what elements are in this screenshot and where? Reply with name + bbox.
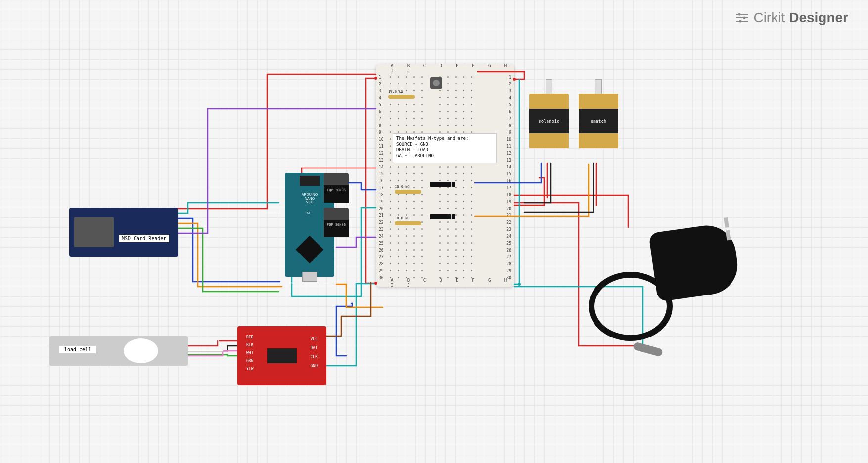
solenoid-2-body: ematch — [579, 94, 618, 148]
svg-point-9 — [518, 283, 521, 286]
hx711-amplifier[interactable]: RED BLK WHT GRN YLW VCC DAT CLK GND — [237, 326, 326, 385]
breadboard-cols-top: A B C D E F G H I J — [391, 63, 514, 73]
hx711-chip — [267, 348, 297, 363]
breadboard-row-right-17: 17 — [506, 186, 511, 190]
breadboard-row-left-22: 22 — [379, 220, 384, 225]
solenoid-1-label: solenoid — [529, 109, 569, 133]
load-cell[interactable]: load cell — [49, 336, 188, 366]
pushbutton[interactable] — [430, 77, 442, 89]
arduino-rst: RST — [306, 211, 310, 214]
solenoid-2-ematch[interactable]: ematch — [579, 94, 618, 163]
breadboard-row-left-11: 11 — [379, 144, 384, 149]
breadboard-row-left-13: 13 — [379, 158, 384, 163]
mosfet-1[interactable]: FQP 30N06 — [324, 173, 349, 203]
sd-slot — [74, 217, 114, 247]
hx711-pin-red: RED — [246, 335, 253, 339]
arduino-brand: ARDUINO.CC — [266, 211, 281, 214]
resistor-3-label: 10.0 kΩ — [395, 216, 410, 220]
resistor-1[interactable] — [388, 95, 415, 99]
breadboard-row-right-27: 27 — [506, 255, 511, 259]
arduino-model-label: ARDUINO NANO V3.0 — [302, 193, 318, 204]
breadboard-row-right-7: 7 — [509, 117, 511, 121]
breadboard-row-left-17: 17 — [379, 186, 384, 190]
sd-label: MSD Card Reader — [119, 235, 169, 242]
breadboard-row-left-10: 10 — [379, 137, 384, 142]
mosfet-2-label: FQP 30N06 — [324, 220, 349, 237]
solenoid-1-body: solenoid — [529, 94, 569, 148]
brand-text-2: Designer — [789, 10, 848, 26]
resistor-3[interactable] — [395, 221, 421, 225]
breadboard-row-left-23: 23 — [379, 227, 384, 232]
note-line-1: SOURCE - GND — [396, 142, 493, 148]
power-adapter[interactable] — [589, 222, 737, 351]
solenoid-1[interactable]: solenoid — [529, 94, 569, 163]
mosfet-1-tab — [324, 173, 349, 185]
breadboard-row-right-2: 2 — [509, 82, 511, 86]
breadboard-row-right-6: 6 — [509, 110, 511, 114]
mosfet-1-label: FQP 30N06 — [324, 185, 349, 203]
breadboard-row-right-24: 24 — [506, 234, 511, 239]
breadboard-row-left-12: 12 — [379, 151, 384, 156]
breadboard-row-right-28: 28 — [506, 262, 511, 266]
breadboard-row-left-6: 6 — [379, 110, 381, 114]
brand-logo: Cirkit Designer — [734, 10, 848, 26]
breadboard-row-right-1: 1 — [509, 75, 511, 80]
breadboard-row-left-21: 21 — [379, 213, 384, 218]
breadboard-row-left-9: 9 — [379, 130, 381, 135]
breadboard-row-left-7: 7 — [379, 117, 381, 121]
svg-point-4 — [743, 17, 746, 19]
breadboard-row-right-10: 10 — [506, 137, 511, 142]
breadboard-row-right-25: 25 — [506, 241, 511, 246]
hx711-pin-dat: DAT — [311, 346, 318, 350]
breadboard-row-right-20: 20 — [506, 207, 511, 211]
breadboard-row-left-29: 29 — [379, 269, 384, 273]
breadboard-row-right-29: 29 — [506, 269, 511, 273]
breadboard-row-left-28: 28 — [379, 262, 384, 266]
breadboard-row-right-14: 14 — [506, 165, 511, 169]
breadboard-row-right-4: 4 — [509, 96, 511, 100]
breadboard-row-left-4: 4 — [379, 96, 381, 100]
breadboard-row-right-19: 19 — [506, 200, 511, 204]
hx711-pin-grn: GRN — [246, 359, 253, 363]
breadboard-row-left-5: 5 — [379, 103, 381, 107]
svg-point-5 — [739, 20, 742, 23]
breadboard-row-left-19: 19 — [379, 200, 384, 204]
diode-2[interactable] — [430, 214, 455, 219]
breadboard-row-right-9: 9 — [509, 130, 511, 135]
mosfet-2[interactable]: FQP 30N06 — [324, 208, 349, 237]
breadboard-row-left-8: 8 — [379, 124, 381, 128]
svg-point-3 — [738, 13, 741, 16]
hx711-pin-blk: BLK — [246, 343, 253, 347]
breadboard-row-left-16: 16 — [379, 179, 384, 183]
breadboard-row-right-8: 8 — [509, 124, 511, 128]
breadboard-row-left-15: 15 — [379, 172, 384, 176]
mosfet-2-tab — [324, 208, 349, 220]
adapter-prong-1 — [724, 217, 729, 228]
breadboard-row-right-30: 30 — [506, 276, 511, 280]
breadboard-row-left-30: 30 — [379, 276, 384, 280]
note-title: The Mosfets N-type and are: — [396, 136, 493, 142]
breadboard-row-right-18: 18 — [506, 193, 511, 197]
load-cell-label: load cell — [59, 346, 96, 353]
breadboard-row-right-11: 11 — [506, 144, 511, 149]
breadboard-row-left-26: 26 — [379, 248, 384, 253]
breadboard-row-right-26: 26 — [506, 248, 511, 253]
resistor-2[interactable] — [395, 190, 421, 194]
breadboard-row-right-22: 22 — [506, 220, 511, 225]
breadboard-row-left-18: 18 — [379, 193, 384, 197]
breadboard-row-left-1: 1 — [379, 75, 381, 80]
hx711-pin-gnd: GND — [311, 364, 318, 368]
sd-card-reader[interactable]: MSD Card Reader — [69, 208, 178, 257]
breadboard-row-right-13: 13 — [506, 158, 511, 163]
breadboard-row-right-16: 16 — [506, 179, 511, 183]
hx711-pin-vcc: VCC — [311, 337, 318, 341]
note-line-2: DRAIN - LOAD — [396, 147, 493, 153]
hx711-pin-wht: WHT — [246, 351, 253, 355]
brand-icon — [734, 10, 749, 25]
adapter-barrel-plug — [633, 342, 663, 357]
breadboard-row-left-25: 25 — [379, 241, 384, 246]
brand-text-1: Cirkit — [753, 10, 785, 26]
diode-1[interactable] — [430, 182, 455, 187]
breadboard-cols-bottom: A B C D E F G H I J — [391, 278, 514, 288]
arduino-chip — [296, 236, 324, 264]
